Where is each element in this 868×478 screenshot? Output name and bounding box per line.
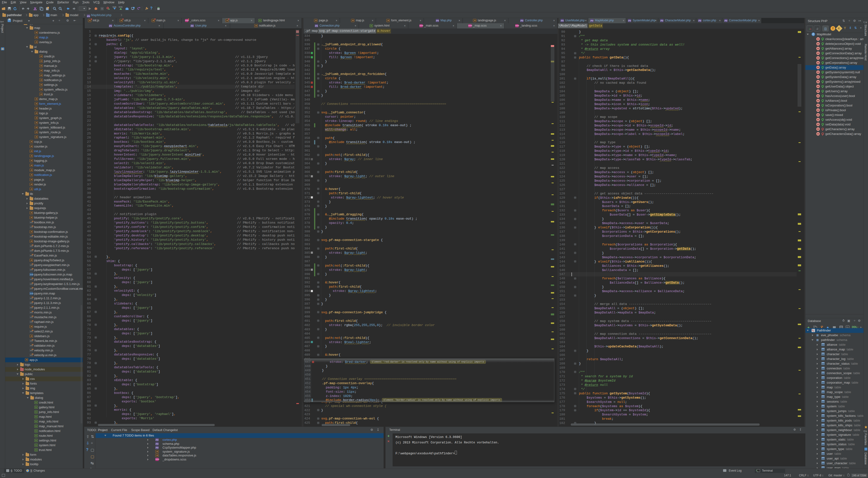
svg-text:A: A [59,8,61,9]
